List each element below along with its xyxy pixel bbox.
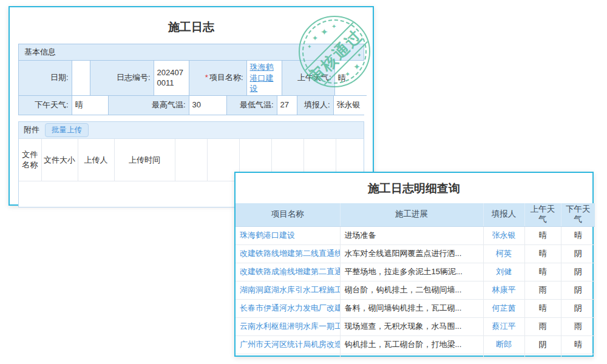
max-temp-label: 最高气温: [108, 96, 189, 115]
attachments-bar: 附件 批量上传 [19, 122, 364, 139]
required-asterisk: * [205, 73, 208, 82]
log-no-label: 日志编号: [90, 61, 154, 95]
empty-cell [524, 354, 561, 357]
table-row: 云南水利枢纽潜明水库一期工程现场巡查，无积水现象，水马围...蔡江平雨雨 [236, 317, 595, 335]
am-weather-cell: 晴 [524, 226, 561, 244]
log-detail-query-panel: 施工日志明细查询 项目名称施工进展填报人上午天气下午天气 珠海鹤港口建设进场准备… [234, 172, 594, 357]
query-column-header: 填报人 [483, 203, 524, 226]
project-link-cell[interactable]: 云南水利枢纽潜明水库一期工程 [236, 317, 340, 335]
project-link-cell[interactable]: 广州市天河区统计局机房改造项目 [236, 335, 340, 354]
attachment-column-header: 文件名称 [19, 139, 41, 181]
progress-cell: 水车对全线遮阳网覆盖点进行洒... [340, 244, 483, 263]
form-row-2: 下午天气: 晴 最高气温: 30 最低气温: 27 填报人: 张永银 [19, 96, 367, 115]
min-temp-value: 27 [277, 96, 297, 115]
query-table: 项目名称施工进展填报人上午天气下午天气 珠海鹤港口建设进场准备张永银晴晴改建铁路… [236, 203, 595, 357]
attachment-column-header: 上传时间 [114, 139, 175, 181]
pm-weather-label: 下午天气: [19, 96, 72, 115]
am-weather-cell: 晴 [524, 244, 561, 263]
pm-weather-cell: 阴 [561, 263, 595, 281]
am-weather-value: 晴 [334, 61, 367, 95]
basic-info-box: 基本信息 日期: 日志编号: 2024070011 *项目名称: 珠海鹤港口建设… [18, 44, 364, 115]
min-temp-label: 最低气温: [226, 96, 277, 115]
table-row: 改建铁路线增建第二线直通线水车对全线遮阳网覆盖点进行洒...柯英晴阴 [236, 244, 595, 263]
form-row-1: 日期: 日志编号: 2024070011 *项目名称: 珠海鹤港口建设 上午天气… [19, 61, 367, 96]
empty-cell [340, 354, 483, 357]
pm-weather-cell: 晴 [561, 226, 595, 244]
am-weather-cell: 雨 [524, 281, 561, 299]
table-row: 珠海鹤港口建设进场准备张永银晴晴 [236, 226, 595, 244]
reporter-value: 张永银 [333, 96, 367, 115]
attachment-column-header: 文件大小 [41, 139, 78, 181]
am-weather-cell: 晴 [524, 263, 561, 281]
progress-cell: 砌台阶，钩机排土，二包砌间墙... [340, 281, 483, 299]
basic-info-header: 基本信息 [19, 44, 364, 61]
empty-cell [561, 354, 595, 357]
pm-weather-value: 晴 [72, 96, 108, 115]
project-label: *项目名称: [189, 61, 246, 95]
am-weather-cell: 阴 [524, 335, 561, 354]
pm-weather-cell: 阴 [561, 281, 595, 299]
query-column-header: 项目名称 [236, 203, 340, 226]
batch-upload-button[interactable]: 批量上传 [45, 123, 89, 137]
query-column-header: 下午天气 [561, 203, 595, 226]
project-link-cell[interactable]: 长春市伊通河水力发电厂改建工程 [236, 299, 340, 317]
project-link-cell[interactable]: 珠海鹤港口建设 [236, 226, 340, 244]
reporter-link-cell[interactable]: 张永银 [483, 226, 524, 244]
empty-cell [236, 354, 340, 357]
table-row: 湖南洞庭湖水库引水工程施工标段砌台阶，钩机排土，二包砌间墙...林康平雨阴 [236, 281, 595, 299]
log-no-value: 2024070011 [154, 61, 189, 95]
date-value [72, 61, 90, 95]
partial-table-row [236, 354, 595, 357]
reporter-link-cell[interactable]: 何芷茵 [483, 299, 524, 317]
query-column-header: 上午天气 [524, 203, 561, 226]
pm-weather-cell: 雨 [561, 317, 595, 335]
attachment-column-header: 上传人 [78, 139, 114, 181]
reporter-link-cell[interactable]: 林康平 [483, 281, 524, 299]
attachments-label: 附件 [24, 124, 39, 135]
am-weather-label: 上午天气: [282, 61, 334, 95]
pm-weather-cell: 阴 [561, 244, 595, 263]
project-link-cell[interactable]: 湖南洞庭湖水库引水工程施工标段 [236, 281, 340, 299]
progress-cell: 进场准备 [340, 226, 483, 244]
attachment-empty-column [175, 139, 207, 181]
project-value-cell: 珠海鹤港口建设 [246, 61, 282, 95]
pm-weather-cell: 阴 [561, 299, 595, 317]
progress-cell: 备料，砌间墙钩机排土，瓦工砌... [340, 299, 483, 317]
empty-cell [483, 354, 524, 357]
progress-cell: 现场巡查，无积水现象，水马围... [340, 317, 483, 335]
progress-cell: 钩机排土，瓦工砌台阶，打地梁... [340, 335, 483, 354]
am-weather-cell: 晴 [524, 299, 561, 317]
reporter-label: 填报人: [297, 96, 333, 115]
table-row: 改建铁路成渝线增建第二直通线平整场地，拉走多余泥土15辆泥...刘健晴阴 [236, 263, 595, 281]
project-link-cell[interactable]: 改建铁路成渝线增建第二直通线 [236, 263, 340, 281]
table-row: 广州市天河区统计局机房改造项目钩机排土，瓦工砌台阶，打地梁...断郎阴晴 [236, 335, 595, 354]
reporter-link-cell[interactable]: 蔡江平 [483, 317, 524, 335]
date-label: 日期: [19, 61, 72, 95]
project-label-text: 项目名称: [209, 73, 243, 82]
am-weather-cell: 雨 [524, 317, 561, 335]
pm-weather-cell: 晴 [561, 335, 595, 354]
max-temp-value: 30 [189, 96, 226, 115]
query-column-header: 施工进展 [340, 203, 483, 226]
table-row: 长春市伊通河水力发电厂改建工程备料，砌间墙钩机排土，瓦工砌...何芷茵晴阴 [236, 299, 595, 317]
reporter-link-cell[interactable]: 刘健 [483, 263, 524, 281]
reporter-link-cell[interactable]: 断郎 [483, 335, 524, 354]
log-panel-title: 施工日志 [18, 19, 364, 35]
query-panel-title: 施工日志明细查询 [236, 173, 592, 203]
reporter-link-cell[interactable]: 柯英 [483, 244, 524, 263]
project-link-cell[interactable]: 改建铁路线增建第二线直通线 [236, 244, 340, 263]
progress-cell: 平整场地，拉走多余泥土15辆泥... [340, 263, 483, 281]
project-link[interactable]: 珠海鹤港口建设 [250, 62, 274, 93]
